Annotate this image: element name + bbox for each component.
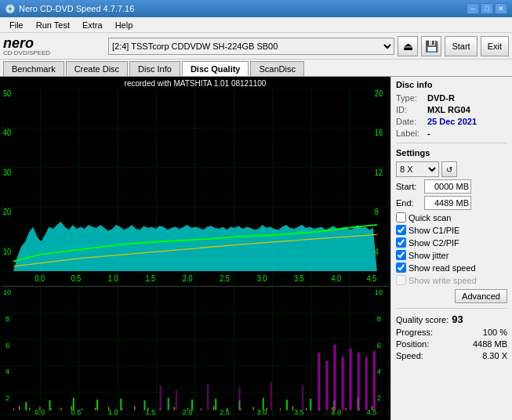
start-row: Start:: [396, 179, 507, 194]
svg-rect-92: [201, 408, 202, 410]
progress-label: Progress:: [396, 328, 433, 337]
svg-rect-93: [213, 406, 214, 410]
svg-rect-112: [168, 398, 169, 411]
show-c2pif-label: Show C2/PIF: [409, 238, 459, 248]
svg-rect-78: [29, 407, 30, 410]
svg-rect-111: [143, 400, 145, 411]
svg-rect-109: [96, 400, 98, 411]
svg-rect-123: [333, 345, 336, 411]
speed-row: 8 X ↺: [396, 161, 507, 177]
svg-text:20: 20: [375, 89, 383, 98]
speed-read-row: Speed: 8.30 X: [396, 351, 507, 360]
quick-scan-row: Quick scan: [396, 212, 507, 223]
quick-scan-checkbox[interactable]: [396, 212, 406, 223]
id-value: MXL RG04: [427, 105, 470, 114]
menu-help[interactable]: Help: [109, 19, 140, 31]
tab-disc-quality[interactable]: Disc Quality: [182, 61, 249, 76]
svg-rect-102: [332, 407, 332, 410]
tab-scan-disc[interactable]: ScanDisc: [250, 61, 303, 76]
menu-extra[interactable]: Extra: [76, 19, 109, 31]
svg-text:2.5: 2.5: [220, 408, 230, 416]
close-button[interactable]: ✕: [495, 3, 507, 14]
svg-text:2.0: 2.0: [183, 273, 193, 283]
show-jitter-checkbox[interactable]: [396, 250, 406, 260]
tab-disc-info[interactable]: Disc Info: [129, 61, 180, 76]
show-c1pie-checkbox[interactable]: [396, 225, 406, 235]
svg-rect-128: [373, 351, 376, 411]
svg-text:1.0: 1.0: [108, 408, 118, 416]
svg-rect-81: [61, 407, 62, 410]
show-read-speed-checkbox[interactable]: [396, 262, 406, 273]
speed-refresh-button[interactable]: ↺: [441, 161, 457, 177]
position-label: Position:: [396, 339, 429, 349]
position-row: Position: 4488 MB: [396, 339, 507, 349]
svg-rect-77: [19, 406, 20, 410]
show-c2pif-checkbox[interactable]: [396, 237, 406, 248]
show-write-speed-row: Show write speed: [396, 275, 507, 285]
chart-top: 50 40 30 20 10 20 16 12 8 4 0.0 0.5: [2, 89, 389, 286]
title-bar: 💿 Nero CD-DVD Speed 4.7.7.16 – □ ✕: [0, 0, 512, 17]
tab-create-disc[interactable]: Create Disc: [66, 61, 128, 76]
end-row: End:: [396, 196, 507, 210]
menu-file[interactable]: File: [3, 19, 30, 31]
svg-text:1.0: 1.0: [108, 273, 118, 283]
svg-rect-83: [82, 408, 82, 410]
maximize-button[interactable]: □: [481, 3, 493, 14]
svg-rect-86: [122, 408, 122, 410]
minimize-button[interactable]: –: [467, 3, 479, 14]
menu-run-test[interactable]: Run Test: [30, 19, 76, 31]
svg-rect-113: [191, 400, 193, 411]
svg-text:0.5: 0.5: [71, 408, 82, 416]
position-value: 4488 MB: [473, 339, 507, 349]
svg-text:1.5: 1.5: [145, 408, 155, 416]
exit-button[interactable]: Exit: [481, 36, 509, 56]
svg-text:4.0: 4.0: [331, 273, 341, 283]
toolbar: nero CD·DVD/SPEED [2:4] TSSTcorp CDDVDW …: [0, 33, 512, 60]
svg-text:8: 8: [377, 315, 381, 323]
disc-label-row: Label: -: [396, 129, 507, 138]
start-input[interactable]: [424, 179, 471, 194]
disc-info-title: Disc info: [396, 80, 507, 89]
show-read-speed-row: Show read speed: [396, 262, 507, 273]
type-label: Type:: [396, 93, 426, 103]
app-icon: 💿: [5, 4, 16, 14]
svg-rect-96: [253, 407, 254, 410]
svg-text:3.0: 3.0: [257, 273, 267, 283]
app-title: Nero CD-DVD Speed 4.7.7.16: [19, 4, 134, 13]
svg-text:2.5: 2.5: [220, 273, 230, 283]
speed-select[interactable]: 8 X: [396, 161, 439, 177]
show-c1-row: Show C1/PIE: [396, 225, 507, 235]
advanced-button[interactable]: Advanced: [455, 289, 507, 303]
quality-score-row: Quality score: 93: [396, 313, 507, 325]
quality-score-value: 93: [452, 313, 463, 325]
tab-benchmark[interactable]: Benchmark: [3, 61, 64, 76]
svg-rect-122: [325, 361, 328, 411]
svg-rect-90: [174, 407, 175, 410]
end-input[interactable]: [424, 196, 471, 210]
type-value: DVD-R: [427, 93, 455, 103]
id-label: ID:: [396, 105, 426, 114]
show-read-speed-label: Show read speed: [409, 263, 476, 273]
start-button[interactable]: Start: [445, 36, 477, 56]
save-button[interactable]: 💾: [421, 36, 441, 56]
svg-text:1.5: 1.5: [145, 273, 155, 283]
svg-rect-114: [215, 399, 216, 411]
quality-score-label: Quality score:: [396, 315, 448, 324]
svg-rect-105: [372, 406, 372, 410]
svg-marker-38: [13, 222, 377, 271]
date-value: 25 Dec 2021: [427, 117, 477, 126]
drive-select[interactable]: [2:4] TSSTcorp CDDVDW SH-224GB SB00: [108, 38, 394, 55]
svg-rect-99: [292, 406, 293, 410]
svg-rect-87: [134, 406, 135, 410]
start-label: Start:: [396, 182, 421, 191]
eject-button[interactable]: ⏏: [398, 36, 418, 56]
svg-rect-97: [267, 407, 267, 410]
show-write-speed-checkbox[interactable]: [396, 275, 406, 285]
svg-text:20: 20: [3, 207, 11, 216]
svg-text:10: 10: [375, 288, 383, 296]
title-bar-controls: – □ ✕: [467, 3, 507, 14]
svg-text:4: 4: [5, 368, 9, 375]
tabs: Benchmark Create Disc Disc Info Disc Qua…: [0, 60, 512, 77]
show-jitter-row: Show jitter: [396, 250, 507, 260]
svg-rect-91: [187, 407, 188, 410]
